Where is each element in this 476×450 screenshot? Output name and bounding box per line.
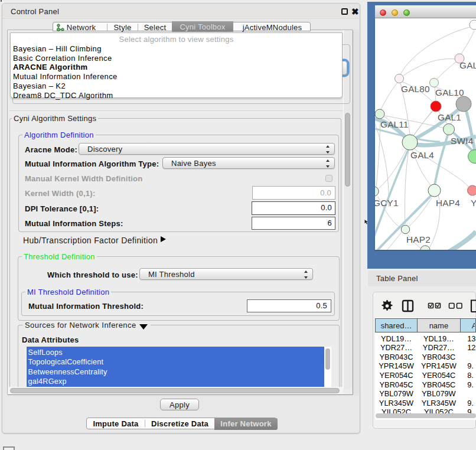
svg-text:GAL1: GAL1 <box>438 112 461 122</box>
svg-text:GAL10: GAL10 <box>435 87 464 97</box>
svg-text:GCY1: GCY1 <box>375 198 399 208</box>
svg-text:GAL11: GAL11 <box>380 119 409 129</box>
svg-text:SWI4: SWI4 <box>451 136 474 146</box>
svg-text:HAP2: HAP2 <box>406 234 431 244</box>
svg-text:GAL4: GAL4 <box>410 150 434 160</box>
svg-text:GAL80: GAL80 <box>401 84 430 94</box>
svg-text:YJ: YJ <box>471 198 476 208</box>
svg-text:GAL8: GAL8 <box>459 60 476 70</box>
svg-text:HAP4: HAP4 <box>436 198 460 208</box>
